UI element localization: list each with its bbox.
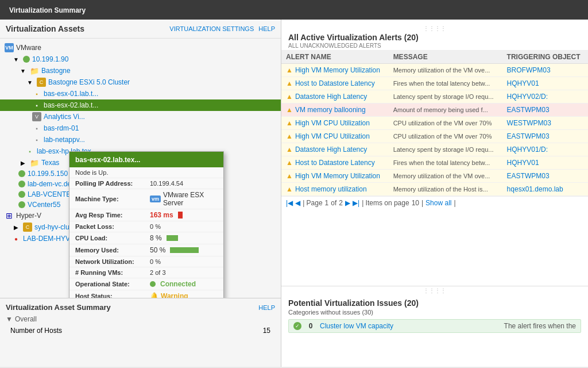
left-header: Virtualization Assets VIRTUALIZATION SET… bbox=[0, 20, 281, 39]
warn-icon: ▲ bbox=[286, 145, 293, 154]
warn-icon: ▲ bbox=[286, 93, 293, 101]
alert-name[interactable]: High VM Memory Utilization bbox=[295, 172, 380, 180]
next-page-icon[interactable]: ▶ bbox=[345, 199, 350, 207]
warn-icon: ▲ bbox=[286, 185, 293, 193]
warn-icon: ▲ bbox=[286, 159, 293, 167]
avg-resp-label: Avg Resp Time: bbox=[75, 212, 150, 218]
virtualization-settings-link[interactable]: VIRTUALIZATION SETTINGS bbox=[169, 25, 254, 32]
resp-bar bbox=[178, 212, 183, 218]
table-row: ▲VM memory ballooning Amount of memory b… bbox=[281, 103, 588, 117]
warn-icon: ▲ bbox=[286, 66, 293, 74]
trigger-link[interactable]: HQHYV02/D: bbox=[507, 93, 548, 101]
cpu-bar bbox=[167, 235, 178, 241]
drag-handle-bottom[interactable]: ⋮⋮⋮⋮ bbox=[281, 286, 588, 295]
avg-resp-value: 163 ms bbox=[150, 211, 183, 219]
first-page-icon[interactable]: |◀ bbox=[286, 199, 293, 207]
host-icon bbox=[18, 170, 25, 177]
ip1-label: 10.199.1.90 bbox=[32, 55, 68, 63]
alerts-header: ⋮⋮⋮⋮ All Active Virtualization Alerts (2… bbox=[281, 20, 588, 51]
ip2-label: 10.199.5.150 bbox=[28, 170, 68, 178]
trigger-link[interactable]: EASTWPM03 bbox=[507, 106, 550, 114]
issue-ok-icon: ✓ bbox=[293, 322, 301, 330]
table-row: ▲High VM Memory Utilization Memory utili… bbox=[281, 170, 588, 183]
table-row: ▲High VM CPU Utilization CPU utilization… bbox=[281, 130, 588, 143]
issue-name[interactable]: Cluster low VM capacity bbox=[320, 322, 500, 330]
alert-name[interactable]: Host memory utilization bbox=[295, 185, 367, 193]
trigger-link[interactable]: WESTWPM03 bbox=[507, 119, 551, 127]
alerts-table: ALERT NAME MESSAGE TRIGGERING OBJECT ▲Hi… bbox=[281, 51, 588, 196]
host-icon bbox=[18, 181, 25, 187]
header-links: VIRTUALIZATION SETTINGS HELP bbox=[169, 25, 275, 32]
folder-icon: 📁 bbox=[30, 66, 39, 75]
packet-loss-value: 0 % bbox=[150, 223, 161, 230]
trigger-link[interactable]: BROFWPM03 bbox=[507, 66, 551, 74]
warn-icon: ▲ bbox=[286, 106, 293, 114]
popup-memory-row: Memory Used: 50 % bbox=[69, 244, 223, 256]
memory-value: 50 % bbox=[150, 246, 199, 254]
current-page: 1 bbox=[325, 199, 329, 207]
bas-rdm-label: bas-rdm-01 bbox=[44, 124, 79, 132]
popup-network-row: Network Utilization: 0 % bbox=[69, 256, 223, 267]
popup-machine-type-row: Machine Type: vm VMware ESX Server bbox=[69, 189, 223, 209]
alert-name[interactable]: High VM Memory Utilization bbox=[295, 66, 380, 74]
trigger-link[interactable]: EASTWPM03 bbox=[507, 172, 550, 180]
table-row: ▲Datastore High Latency Latency spent by… bbox=[281, 143, 588, 156]
alert-name[interactable]: Host to Datastore Latency bbox=[295, 79, 375, 87]
summary-title: Virtualization Asset Summary bbox=[6, 303, 111, 312]
trigger-link[interactable]: HQHYV01 bbox=[507, 159, 539, 167]
tree-item-ip1[interactable]: ▼ 10.199.1.90 bbox=[0, 53, 281, 65]
running-vms-label: # Running VMs: bbox=[75, 269, 150, 276]
summary-help-link[interactable]: HELP bbox=[258, 304, 275, 311]
warn-icon: ▲ bbox=[286, 172, 293, 180]
alert-name[interactable]: Host to Datastore Latency bbox=[295, 159, 375, 167]
summary-header: Virtualization Asset Summary HELP bbox=[6, 303, 275, 312]
tree-item-bas-esx-02[interactable]: ▪ bas-esx-02.lab.t... bbox=[0, 99, 281, 111]
issues-subtitle: Categories without issues (30) bbox=[288, 309, 581, 316]
tree-item-bastogne-cluster[interactable]: ▼ C Bastogne ESXi 5.0 Cluster bbox=[0, 76, 281, 88]
tree-item-vmware[interactable]: VM VMware bbox=[0, 42, 281, 53]
alert-name[interactable]: High VM CPU Utilization bbox=[295, 119, 370, 127]
prev-page-icon[interactable]: ◀ bbox=[295, 199, 300, 207]
tree-item-bastogne[interactable]: ▼ 📁 Bastogne bbox=[0, 65, 281, 76]
vm-icon: ▪ bbox=[32, 135, 41, 144]
host-icon bbox=[18, 191, 25, 198]
warn-icon: ▲ bbox=[286, 79, 293, 87]
issues-section: ⋮⋮⋮⋮ Potential Virtualization Issues (20… bbox=[281, 286, 588, 367]
help-link[interactable]: HELP bbox=[258, 25, 275, 32]
issues-content: Potential Virtualization Issues (20) Cat… bbox=[281, 295, 588, 336]
popup-header: bas-esx-02.lab.tex... bbox=[69, 152, 223, 167]
show-all-link[interactable]: Show all bbox=[425, 199, 451, 207]
pagination: |◀ ◀ | Page 1 of 2 ▶ ▶| | Items on page … bbox=[281, 196, 588, 209]
polling-ip-value: 10.199.4.54 bbox=[150, 180, 183, 187]
memory-label: Memory Used: bbox=[75, 247, 150, 254]
warn-icon: ▲ bbox=[286, 119, 293, 127]
trigger-link[interactable]: hqesx01.demo.lab bbox=[507, 185, 563, 193]
tree-item-analytics[interactable]: V Analytics Vi... bbox=[0, 111, 281, 122]
host-status-label: Host Status: bbox=[75, 293, 150, 298]
tree-item-lab-netapp[interactable]: ▪ lab-netappv... bbox=[0, 134, 281, 145]
alerts-table-scroll[interactable]: ALERT NAME MESSAGE TRIGGERING OBJECT ▲Hi… bbox=[281, 51, 588, 196]
alert-name[interactable]: VM memory ballooning bbox=[295, 106, 366, 114]
trigger-link[interactable]: HQHYV01/D: bbox=[507, 145, 548, 154]
host-status-value: 🔔 Warning bbox=[150, 292, 188, 298]
last-page-icon[interactable]: ▶| bbox=[353, 199, 359, 207]
title-text: Virtualization Summary bbox=[9, 6, 86, 14]
cluster-icon: C bbox=[37, 78, 46, 87]
tree-item-bas-esx-01[interactable]: ▪ bas-esx-01.lab.t... bbox=[0, 88, 281, 99]
vmware-icon: VM bbox=[5, 43, 14, 52]
alerts-body: ▲High VM Memory Utilization Memory utili… bbox=[281, 64, 588, 196]
alert-name[interactable]: Datastore High Latency bbox=[295, 145, 367, 154]
popup-cpu-load-row: CPU Load: 8 % bbox=[69, 232, 223, 244]
tree-item-bas-rdm[interactable]: ▪ bas-rdm-01 bbox=[0, 122, 281, 134]
trigger-link[interactable]: HQHYV01 bbox=[507, 79, 539, 87]
trigger-link[interactable]: EASTWPM03 bbox=[507, 132, 550, 140]
alert-name[interactable]: Datastore High Latency bbox=[295, 93, 367, 101]
alert-name[interactable]: High VM CPU Utilization bbox=[295, 132, 370, 140]
tree-item-bas-esx-02-container: ▪ bas-esx-02.lab.t... bas-esx-02.lab.tex… bbox=[0, 99, 281, 111]
bas-esx-01-label: bas-esx-01.lab.t... bbox=[44, 90, 98, 98]
vcenter55-label: VCenter55 bbox=[28, 201, 60, 209]
vm-icon: V bbox=[32, 112, 41, 121]
drag-handle-top[interactable]: ⋮⋮⋮⋮ bbox=[288, 24, 581, 33]
hyperv-icon: ⊞ bbox=[5, 211, 14, 220]
alerts-title: All Active Virtualization Alerts (20) bbox=[288, 33, 419, 42]
